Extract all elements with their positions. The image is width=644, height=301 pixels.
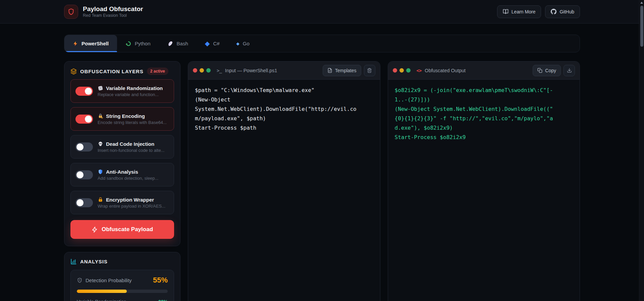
scrollbar-up-arrow[interactable] — [640, 2, 643, 4]
shell-icon — [167, 41, 173, 47]
toggle-knob — [85, 116, 92, 123]
tab-label: C# — [213, 41, 219, 46]
shield-alert-icon — [77, 277, 83, 283]
download-button[interactable] — [564, 65, 575, 76]
input-code-area[interactable]: $path = "C:\Windows\Temp\malware.exe" (N… — [188, 80, 380, 301]
file-code-icon — [327, 68, 332, 73]
window-dot-yellow — [200, 68, 204, 73]
github-label: GitHub — [559, 9, 574, 14]
github-button[interactable]: GitHub — [545, 5, 580, 18]
scrollbar-thumb[interactable] — [640, 6, 643, 47]
dice-icon — [98, 85, 103, 91]
toggle-variable-randomization[interactable] — [75, 87, 93, 96]
download-icon — [567, 68, 572, 73]
layer-name: String Encoding — [106, 113, 145, 119]
toggle-dead-code-injection[interactable] — [75, 142, 93, 152]
window-dots — [393, 68, 411, 73]
tab-label: PowerShell — [82, 41, 109, 46]
obfuscate-payload-button[interactable]: Obfuscate Payload — [70, 220, 174, 239]
layer-description: Insert non-functional code to alte... — [98, 148, 164, 153]
detection-probability-card: Detection Probability 55% Variable Rando… — [70, 270, 174, 301]
output-code: $o82i2x9 = (-join("exe.erawlam\pmeT\swod… — [395, 86, 573, 142]
detection-probability-label: Detection Probability — [86, 277, 132, 283]
toggle-knob — [85, 88, 92, 95]
copy-button-label: Copy — [545, 68, 556, 73]
layers-icon — [70, 68, 77, 75]
layer-card-variable-randomization[interactable]: Variable Randomization Replace variable … — [70, 79, 174, 103]
layer-description: Add sandbox detection, sleep... — [98, 176, 158, 181]
obfuscate-button-label: Obfuscate Payload — [102, 226, 153, 233]
toggle-knob — [76, 171, 84, 178]
small-blue-diamond-icon: ◆ — [236, 42, 239, 46]
window-dot-red — [193, 68, 197, 73]
input-code[interactable]: $path = "C:\Windows\Temp\malware.exe" (N… — [195, 86, 373, 133]
tab-bash[interactable]: Bash — [159, 35, 197, 52]
analysis-panel: ANALYSIS Detection Probability 55% — [64, 252, 180, 301]
output-code-area: $o82i2x9 = (-join("exe.erawlam\pmeT\swod… — [388, 80, 580, 301]
tab-label: Python — [135, 41, 151, 46]
toggle-knob — [76, 143, 84, 150]
active-count-badge: 2 active — [147, 68, 168, 75]
templates-button[interactable]: Templates — [323, 65, 361, 76]
snake-icon — [125, 41, 131, 47]
learn-more-label: Learn More — [512, 9, 536, 14]
output-panel-title: Obfuscated Output — [425, 68, 466, 73]
window-dot-green — [206, 68, 211, 73]
window-dot-red — [393, 68, 397, 73]
clear-input-button[interactable] — [364, 65, 375, 76]
app-window: Payload Obfuscator Red Team Evasion Tool… — [0, 0, 644, 301]
copy-button[interactable]: Copy — [533, 65, 561, 76]
obfuscation-layers-panel: OBFUSCATION LAYERS 2 active Variable Ran… — [64, 61, 180, 246]
layer-name: Variable Randomization — [106, 85, 163, 91]
blue-shield-icon — [98, 169, 103, 175]
layers-panel-title: OBFUSCATION LAYERS — [80, 69, 144, 74]
code-brackets-icon: <> — [417, 68, 422, 73]
output-panel-header: <> Obfuscated Output Copy — [388, 61, 580, 80]
layer-card-encryption-wrapper[interactable]: Encryption Wrapper Wrap entire payload i… — [70, 191, 174, 214]
layers-panel-heading: OBFUSCATION LAYERS 2 active — [70, 68, 174, 75]
layer-name: Dead Code Injection — [106, 141, 154, 147]
language-tabbar: PowerShell Python Bash ◆ C# ◆ Go — [64, 35, 580, 52]
input-panel-header: >_ Input — PowerShell.ps1 Templates — [188, 61, 380, 80]
layer-description: Replace variable and function... — [98, 92, 163, 97]
templates-button-label: Templates — [335, 68, 357, 73]
main-content: PowerShell Python Bash ◆ C# ◆ Go — [64, 35, 580, 301]
zap-outline-icon — [92, 226, 98, 233]
tab-csharp[interactable]: ◆ C# — [197, 35, 228, 52]
app-title: Payload Obfuscator — [83, 5, 143, 13]
shield-icon — [67, 8, 75, 15]
bar-chart-icon — [70, 258, 77, 265]
analysis-panel-heading: ANALYSIS — [70, 258, 174, 265]
lightning-icon — [73, 41, 78, 46]
tab-label: Bash — [177, 41, 188, 46]
analysis-panel-title: ANALYSIS — [80, 259, 108, 264]
tab-go[interactable]: ◆ Go — [228, 35, 258, 52]
tab-powershell[interactable]: PowerShell — [64, 35, 117, 52]
book-icon — [503, 9, 508, 14]
breakdown-layer-name: Variable Randomization — [77, 299, 126, 301]
toggle-encryption-wrapper[interactable] — [75, 198, 93, 207]
window-dot-green — [406, 68, 411, 73]
breakdown-delta: -20% — [157, 299, 168, 301]
layer-card-string-encoding[interactable]: String Encoding Encode string literals w… — [70, 107, 174, 131]
terminal-prompt-icon: >_ — [217, 68, 222, 73]
page-scrollbar[interactable] — [639, 0, 644, 301]
brand-text: Payload Obfuscator Red Team Evasion Tool — [83, 5, 143, 18]
layer-card-dead-code-injection[interactable]: Dead Code Injection Insert non-functiona… — [70, 135, 174, 159]
app-logo — [64, 5, 78, 19]
toggle-anti-analysis[interactable] — [75, 170, 93, 179]
layer-name: Encryption Wrapper — [106, 197, 154, 203]
detection-probability-bar — [77, 290, 168, 293]
left-column: OBFUSCATION LAYERS 2 active Variable Ran… — [64, 61, 180, 301]
blue-diamond-icon: ◆ — [205, 40, 210, 47]
toggle-string-encoding[interactable] — [75, 115, 93, 124]
header-actions: Learn More GitHub — [497, 5, 580, 18]
toggle-knob — [76, 199, 84, 206]
top-header: Payload Obfuscator Red Team Evasion Tool… — [0, 0, 644, 24]
layer-card-anti-analysis[interactable]: Anti-Analysis Add sandbox detection, sle… — [70, 163, 174, 186]
tab-python[interactable]: Python — [117, 35, 159, 52]
copy-icon — [537, 68, 542, 73]
learn-more-button[interactable]: Learn More — [497, 5, 541, 18]
github-icon — [551, 9, 556, 14]
trash-icon — [367, 68, 372, 73]
